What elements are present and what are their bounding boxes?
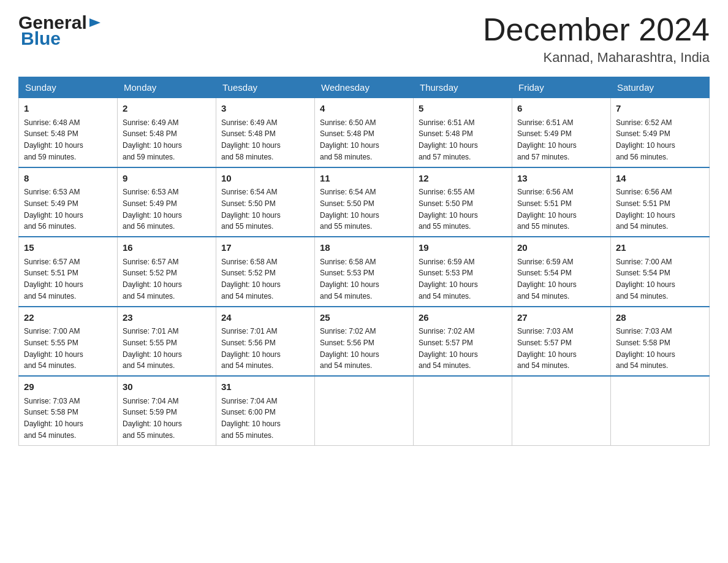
table-row: 1 Sunrise: 6:48 AMSunset: 5:48 PMDayligh… bbox=[19, 98, 118, 167]
day-number: 7 bbox=[616, 102, 704, 116]
day-number: 25 bbox=[320, 311, 408, 325]
table-row: 21 Sunrise: 7:00 AMSunset: 5:54 PMDaylig… bbox=[611, 237, 710, 307]
table-row: 16 Sunrise: 6:57 AMSunset: 5:52 PMDaylig… bbox=[118, 237, 216, 307]
title-area: December 2024 Kannad, Maharashtra, India bbox=[483, 12, 710, 66]
day-number: 21 bbox=[616, 241, 704, 255]
day-number: 15 bbox=[24, 241, 112, 255]
page-header: General Blue December 2024 Kannad, Mahar… bbox=[18, 12, 710, 66]
day-info: Sunrise: 7:00 AMSunset: 5:54 PMDaylight:… bbox=[616, 258, 675, 301]
day-number: 24 bbox=[221, 311, 309, 325]
day-info: Sunrise: 7:02 AMSunset: 5:56 PMDaylight:… bbox=[320, 327, 379, 370]
day-info: Sunrise: 7:03 AMSunset: 5:58 PMDaylight:… bbox=[616, 327, 675, 370]
table-row: 4 Sunrise: 6:50 AMSunset: 5:48 PMDayligh… bbox=[315, 98, 414, 167]
day-info: Sunrise: 7:00 AMSunset: 5:55 PMDaylight:… bbox=[24, 327, 83, 370]
day-number: 28 bbox=[616, 311, 704, 325]
table-row bbox=[611, 376, 710, 445]
calendar-week-row: 22 Sunrise: 7:00 AMSunset: 5:55 PMDaylig… bbox=[19, 307, 710, 377]
table-row: 30 Sunrise: 7:04 AMSunset: 5:59 PMDaylig… bbox=[118, 376, 216, 445]
day-number: 16 bbox=[123, 241, 211, 255]
table-row bbox=[315, 376, 414, 445]
day-info: Sunrise: 6:58 AMSunset: 5:53 PMDaylight:… bbox=[320, 258, 379, 301]
day-info: Sunrise: 6:58 AMSunset: 5:52 PMDaylight:… bbox=[221, 258, 281, 301]
header-wednesday: Wednesday bbox=[315, 77, 414, 98]
calendar-week-row: 29 Sunrise: 7:03 AMSunset: 5:58 PMDaylig… bbox=[19, 376, 710, 445]
day-info: Sunrise: 6:51 AMSunset: 5:48 PMDaylight:… bbox=[419, 118, 478, 161]
day-info: Sunrise: 6:48 AMSunset: 5:48 PMDaylight:… bbox=[24, 118, 83, 161]
day-info: Sunrise: 6:54 AMSunset: 5:50 PMDaylight:… bbox=[320, 188, 379, 231]
table-row: 15 Sunrise: 6:57 AMSunset: 5:51 PMDaylig… bbox=[19, 237, 118, 307]
table-row: 3 Sunrise: 6:49 AMSunset: 5:48 PMDayligh… bbox=[216, 98, 315, 167]
day-info: Sunrise: 6:56 AMSunset: 5:51 PMDaylight:… bbox=[616, 188, 675, 231]
day-info: Sunrise: 6:51 AMSunset: 5:49 PMDaylight:… bbox=[517, 118, 577, 161]
table-row: 5 Sunrise: 6:51 AMSunset: 5:48 PMDayligh… bbox=[414, 98, 512, 167]
table-row: 12 Sunrise: 6:55 AMSunset: 5:50 PMDaylig… bbox=[414, 167, 512, 237]
day-number: 13 bbox=[517, 172, 605, 186]
day-number: 30 bbox=[123, 380, 211, 394]
table-row: 20 Sunrise: 6:59 AMSunset: 5:54 PMDaylig… bbox=[512, 237, 611, 307]
table-row: 24 Sunrise: 7:01 AMSunset: 5:56 PMDaylig… bbox=[216, 307, 315, 377]
table-row: 18 Sunrise: 6:58 AMSunset: 5:53 PMDaylig… bbox=[315, 237, 414, 307]
calendar-week-row: 8 Sunrise: 6:53 AMSunset: 5:49 PMDayligh… bbox=[19, 167, 710, 237]
day-number: 9 bbox=[123, 172, 211, 186]
day-info: Sunrise: 6:57 AMSunset: 5:52 PMDaylight:… bbox=[123, 258, 182, 301]
day-info: Sunrise: 6:59 AMSunset: 5:53 PMDaylight:… bbox=[419, 258, 478, 301]
header-tuesday: Tuesday bbox=[216, 77, 315, 98]
day-number: 6 bbox=[517, 102, 605, 116]
header-friday: Friday bbox=[512, 77, 611, 98]
day-info: Sunrise: 7:03 AMSunset: 5:58 PMDaylight:… bbox=[24, 397, 83, 440]
header-saturday: Saturday bbox=[611, 77, 710, 98]
day-info: Sunrise: 7:01 AMSunset: 5:55 PMDaylight:… bbox=[123, 327, 182, 370]
table-row: 10 Sunrise: 6:54 AMSunset: 5:50 PMDaylig… bbox=[216, 167, 315, 237]
header-monday: Monday bbox=[118, 77, 216, 98]
table-row: 27 Sunrise: 7:03 AMSunset: 5:57 PMDaylig… bbox=[512, 307, 611, 377]
day-info: Sunrise: 6:57 AMSunset: 5:51 PMDaylight:… bbox=[24, 258, 83, 301]
table-row: 25 Sunrise: 7:02 AMSunset: 5:56 PMDaylig… bbox=[315, 307, 414, 377]
day-info: Sunrise: 6:53 AMSunset: 5:49 PMDaylight:… bbox=[24, 188, 83, 231]
day-info: Sunrise: 7:01 AMSunset: 5:56 PMDaylight:… bbox=[221, 327, 281, 370]
table-row: 29 Sunrise: 7:03 AMSunset: 5:58 PMDaylig… bbox=[19, 376, 118, 445]
logo-arrow-icon bbox=[88, 16, 102, 29]
day-number: 29 bbox=[24, 380, 112, 394]
day-number: 1 bbox=[24, 102, 112, 116]
table-row: 19 Sunrise: 6:59 AMSunset: 5:53 PMDaylig… bbox=[414, 237, 512, 307]
calendar-week-row: 1 Sunrise: 6:48 AMSunset: 5:48 PMDayligh… bbox=[19, 98, 710, 167]
table-row: 13 Sunrise: 6:56 AMSunset: 5:51 PMDaylig… bbox=[512, 167, 611, 237]
day-number: 22 bbox=[24, 311, 112, 325]
day-info: Sunrise: 7:04 AMSunset: 6:00 PMDaylight:… bbox=[221, 397, 281, 440]
day-number: 23 bbox=[123, 311, 211, 325]
day-number: 19 bbox=[419, 241, 507, 255]
day-info: Sunrise: 6:54 AMSunset: 5:50 PMDaylight:… bbox=[221, 188, 281, 231]
svg-marker-0 bbox=[89, 18, 100, 27]
day-number: 14 bbox=[616, 172, 704, 186]
day-number: 11 bbox=[320, 172, 408, 186]
table-row: 23 Sunrise: 7:01 AMSunset: 5:55 PMDaylig… bbox=[118, 307, 216, 377]
table-row: 2 Sunrise: 6:49 AMSunset: 5:48 PMDayligh… bbox=[118, 98, 216, 167]
day-number: 20 bbox=[517, 241, 605, 255]
day-number: 17 bbox=[221, 241, 309, 255]
day-number: 12 bbox=[419, 172, 507, 186]
day-number: 31 bbox=[221, 380, 309, 394]
header-sunday: Sunday bbox=[19, 77, 118, 98]
day-number: 27 bbox=[517, 311, 605, 325]
day-number: 4 bbox=[320, 102, 408, 116]
day-info: Sunrise: 7:03 AMSunset: 5:57 PMDaylight:… bbox=[517, 327, 577, 370]
header-thursday: Thursday bbox=[414, 77, 512, 98]
weekday-header-row: Sunday Monday Tuesday Wednesday Thursday… bbox=[19, 77, 710, 98]
day-info: Sunrise: 6:50 AMSunset: 5:48 PMDaylight:… bbox=[320, 118, 379, 161]
table-row: 31 Sunrise: 7:04 AMSunset: 6:00 PMDaylig… bbox=[216, 376, 315, 445]
table-row: 6 Sunrise: 6:51 AMSunset: 5:49 PMDayligh… bbox=[512, 98, 611, 167]
day-info: Sunrise: 6:56 AMSunset: 5:51 PMDaylight:… bbox=[517, 188, 577, 231]
day-info: Sunrise: 6:59 AMSunset: 5:54 PMDaylight:… bbox=[517, 258, 577, 301]
day-info: Sunrise: 6:55 AMSunset: 5:50 PMDaylight:… bbox=[419, 188, 478, 231]
day-number: 10 bbox=[221, 172, 309, 186]
day-info: Sunrise: 7:02 AMSunset: 5:57 PMDaylight:… bbox=[419, 327, 478, 370]
logo-area: General Blue bbox=[18, 12, 102, 49]
month-title: December 2024 bbox=[483, 12, 710, 47]
table-row: 9 Sunrise: 6:53 AMSunset: 5:49 PMDayligh… bbox=[118, 167, 216, 237]
day-number: 8 bbox=[24, 172, 112, 186]
table-row: 7 Sunrise: 6:52 AMSunset: 5:49 PMDayligh… bbox=[611, 98, 710, 167]
day-info: Sunrise: 6:52 AMSunset: 5:49 PMDaylight:… bbox=[616, 118, 675, 161]
day-info: Sunrise: 6:53 AMSunset: 5:49 PMDaylight:… bbox=[123, 188, 182, 231]
day-number: 5 bbox=[419, 102, 507, 116]
logo-blue-text: Blue bbox=[18, 28, 102, 49]
